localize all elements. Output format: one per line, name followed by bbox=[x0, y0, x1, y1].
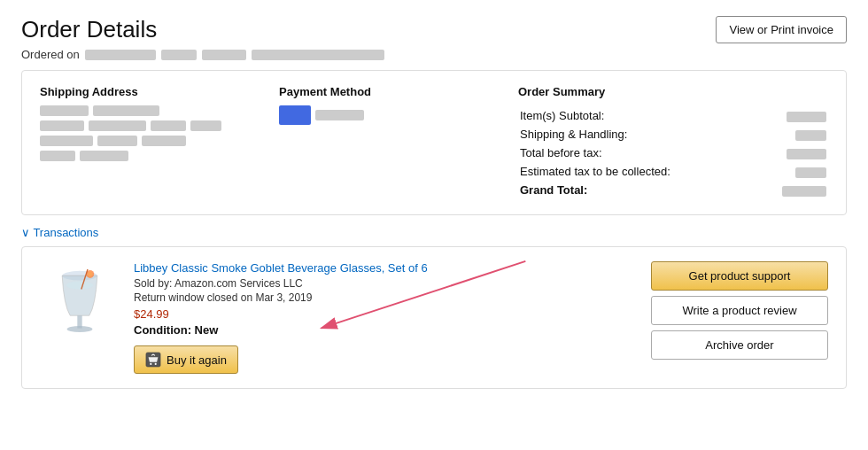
order-id-blurred-1 bbox=[161, 50, 197, 60]
addr-line3-b bbox=[97, 136, 137, 146]
addr-line3-c bbox=[142, 136, 186, 146]
svg-point-5 bbox=[66, 282, 94, 290]
product-card: Libbey Classic Smoke Goblet Beverage Gla… bbox=[21, 246, 847, 389]
product-actions: Get product support Write a product revi… bbox=[651, 261, 828, 374]
shipping-handling-label: Shipping & Handling: bbox=[520, 126, 756, 143]
grand-total-label: Grand Total: bbox=[520, 182, 756, 198]
payment-section: Payment Method bbox=[279, 85, 509, 200]
addr-line2-d bbox=[190, 120, 221, 131]
order-summary-section: Order Summary Item(s) Subtotal: Shipping… bbox=[518, 85, 828, 200]
buy-again-label: Buy it again bbox=[167, 353, 227, 367]
items-subtotal-value bbox=[787, 112, 826, 122]
transactions-link[interactable]: ∨ Transactions bbox=[21, 226, 847, 239]
svg-point-10 bbox=[150, 363, 151, 365]
page-header: Order Details Ordered on View or Print i… bbox=[0, 0, 868, 70]
addr-line2-a bbox=[40, 120, 84, 131]
svg-point-4 bbox=[67, 326, 93, 332]
page-title: Order Details bbox=[21, 16, 384, 43]
addr-line2-b bbox=[89, 120, 146, 131]
ordered-on-row: Ordered on bbox=[21, 48, 384, 61]
product-image-area bbox=[40, 261, 120, 374]
order-id-blurred-2 bbox=[202, 50, 246, 60]
payment-info-blurred bbox=[315, 110, 364, 120]
estimated-tax-value bbox=[795, 167, 826, 178]
header-left: Order Details Ordered on bbox=[21, 16, 384, 61]
shipping-section: Shipping Address bbox=[40, 85, 270, 200]
addr-line1-a bbox=[40, 105, 89, 116]
grand-total-value bbox=[782, 186, 826, 197]
total-before-tax-label: Total before tax: bbox=[520, 144, 756, 161]
get-support-button[interactable]: Get product support bbox=[651, 261, 828, 291]
ordered-on-label: Ordered on bbox=[21, 48, 80, 61]
product-title-link[interactable]: Libbey Classic Smoke Goblet Beverage Gla… bbox=[134, 261, 428, 275]
order-info-card: Shipping Address Paymen bbox=[21, 70, 847, 215]
shipping-title: Shipping Address bbox=[40, 85, 270, 98]
addr-line2-c bbox=[151, 120, 186, 131]
estimated-tax-label: Estimated tax to be collected: bbox=[520, 163, 756, 180]
info-grid: Shipping Address Paymen bbox=[40, 85, 828, 200]
order-id-blurred-3 bbox=[252, 50, 384, 60]
transactions-label[interactable]: Transactions bbox=[33, 226, 98, 239]
product-condition: Condition: New bbox=[134, 323, 637, 337]
items-subtotal-label: Item(s) Subtotal: bbox=[520, 107, 756, 124]
addr-line4-b bbox=[80, 151, 128, 161]
order-summary-title: Order Summary bbox=[518, 85, 828, 98]
print-invoice-button[interactable]: View or Print invoice bbox=[716, 16, 847, 43]
product-image bbox=[44, 261, 115, 341]
addr-line3-a bbox=[40, 136, 93, 146]
order-date-blurred bbox=[85, 50, 156, 60]
addr-line4-a bbox=[40, 151, 75, 161]
svg-point-11 bbox=[155, 363, 157, 365]
shipping-value bbox=[795, 130, 826, 141]
transactions-chevron: ∨ bbox=[21, 226, 30, 239]
payment-title: Payment Method bbox=[279, 85, 509, 98]
cart-icon bbox=[145, 352, 161, 368]
condition-label: Condition: bbox=[134, 323, 191, 337]
buy-again-button[interactable]: Buy it again bbox=[134, 345, 238, 374]
product-return-window: Return window closed on Mar 3, 2019 bbox=[134, 291, 637, 304]
total-before-tax-value bbox=[787, 149, 826, 159]
product-info: Libbey Classic Smoke Goblet Beverage Gla… bbox=[134, 261, 637, 374]
product-sold-by: Sold by: Amazon.com Services LLC bbox=[134, 277, 637, 290]
svg-point-7 bbox=[88, 272, 92, 276]
condition-value: New bbox=[195, 323, 219, 337]
product-price: $24.99 bbox=[134, 307, 637, 321]
write-review-button[interactable]: Write a product review bbox=[651, 296, 828, 325]
addr-line1-b bbox=[93, 105, 159, 116]
header-right: View or Print invoice bbox=[716, 16, 847, 43]
order-summary-table: Item(s) Subtotal: Shipping & Handling: T… bbox=[518, 105, 828, 200]
payment-icon bbox=[279, 105, 311, 125]
archive-order-button[interactable]: Archive order bbox=[651, 330, 828, 360]
